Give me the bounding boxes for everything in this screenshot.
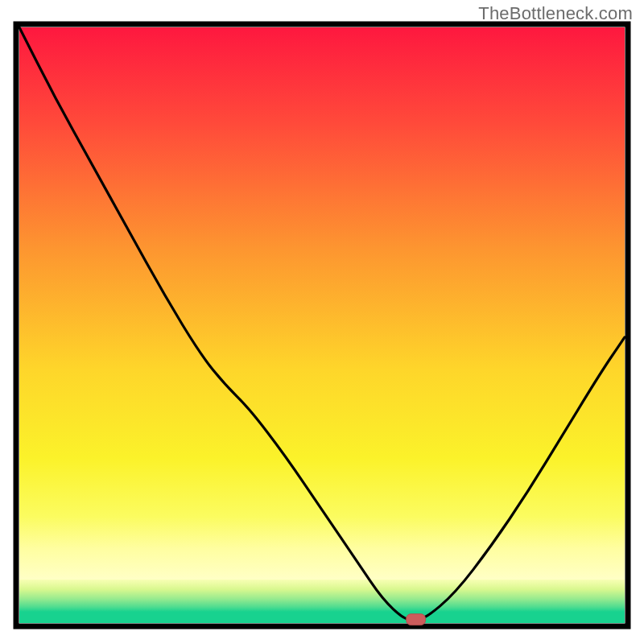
gradient-band-green-bottom (19, 612, 625, 623)
gradient-band-hot (19, 27, 625, 517)
gradient-band-green (19, 580, 625, 612)
watermark-text: TheBottleneck.com (478, 3, 633, 24)
chart-container: TheBottleneck.com (0, 0, 644, 644)
bottleneck-chart (0, 0, 644, 644)
gradient-band-pale (19, 517, 625, 580)
optimal-point-marker (407, 614, 426, 625)
